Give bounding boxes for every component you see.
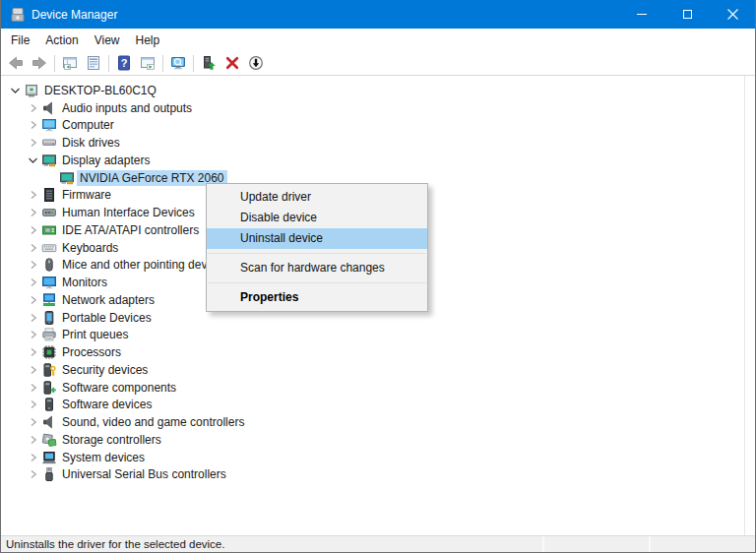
tree-item-label: Processors	[59, 344, 124, 360]
tree-item-label: Universal Serial Bus controllers	[59, 466, 229, 482]
device-manager-app-icon	[10, 7, 26, 23]
tree-item-software-devices[interactable]: Software devices	[1, 397, 755, 414]
system-device-icon	[41, 450, 57, 465]
tree-item-system-devices[interactable]: System devices	[1, 449, 755, 466]
uninstall-device-button[interactable]	[220, 52, 244, 74]
chevron-collapsed-icon[interactable]	[27, 397, 39, 412]
show-console-tree-button[interactable]	[58, 52, 82, 74]
chevron-collapsed-icon[interactable]	[27, 100, 39, 116]
tree-item-label: Computer	[59, 117, 117, 133]
console-tree-icon	[62, 55, 78, 71]
status-text: Uninstalls the driver for the selected d…	[1, 538, 542, 550]
chevron-collapsed-icon[interactable]	[27, 380, 39, 396]
tree-item-label: System devices	[59, 450, 148, 465]
ide-controller-icon	[41, 222, 57, 238]
mouse-icon	[41, 257, 57, 273]
window-title: Device Manager	[32, 8, 117, 22]
print-queue-icon	[41, 327, 57, 342]
chevron-collapsed-icon[interactable]	[27, 292, 39, 308]
tree-item-label: Network adapters	[59, 292, 158, 308]
chevron-collapsed-icon[interactable]	[27, 205, 39, 220]
network-adapter-icon	[41, 292, 57, 308]
scan-hardware-icon	[170, 55, 186, 71]
context-menu-item-properties[interactable]: Properties	[207, 287, 427, 308]
uninstall-device-icon	[224, 55, 240, 71]
menu-item-file[interactable]: File	[3, 31, 37, 50]
chevron-collapsed-icon[interactable]	[27, 362, 39, 378]
chevron-collapsed-icon[interactable]	[27, 432, 39, 448]
show-action-pane-button[interactable]	[136, 52, 159, 74]
chevron-collapsed-icon[interactable]	[27, 257, 39, 273]
chevron-expanded-icon[interactable]	[9, 83, 22, 98]
chevron-expanded-icon[interactable]	[27, 153, 39, 168]
disable-device-button[interactable]	[244, 52, 268, 74]
chevron-collapsed-icon[interactable]	[27, 466, 39, 482]
tree-item-label: Human Interface Devices	[59, 205, 198, 220]
speaker-icon	[41, 100, 57, 116]
tree-item-computer[interactable]: Computer	[1, 117, 755, 135]
tree-item-universal-serial-bus-controllers[interactable]: Universal Serial Bus controllers	[1, 466, 755, 484]
tree-item-label: NVIDIA GeForce RTX 2060	[77, 170, 227, 186]
chevron-collapsed-icon[interactable]	[27, 327, 39, 342]
statusbar: Uninstalls the driver for the selected d…	[1, 535, 755, 552]
tree-item-storage-controllers[interactable]: Storage controllers	[1, 431, 755, 449]
chevron-collapsed-icon[interactable]	[27, 310, 39, 326]
tree-item-desktop-bl60c1q[interactable]: DESKTOP-BL60C1Q	[1, 82, 755, 99]
tree-item-disk-drives[interactable]: Disk drives	[1, 134, 755, 152]
scan-hardware-changes-button[interactable]	[166, 52, 190, 74]
close-button[interactable]	[710, 0, 755, 29]
tree-item-label: Print queues	[59, 327, 131, 342]
status-pane	[542, 536, 649, 552]
context-menu-item-scan-for-hardware-changes[interactable]: Scan for hardware changes	[207, 258, 427, 278]
menu-item-view[interactable]: View	[87, 31, 128, 50]
tree-item-sound-video-and-game-controllers[interactable]: Sound, video and game controllers	[1, 413, 755, 431]
tree-item-label: Security devices	[59, 362, 151, 378]
tree-item-label: Monitors	[59, 275, 110, 290]
menu-item-action[interactable]: Action	[37, 31, 86, 50]
chevron-collapsed-icon[interactable]	[27, 135, 39, 151]
maximize-icon	[683, 10, 692, 19]
chevron-collapsed-icon[interactable]	[27, 222, 39, 238]
display-adapter-icon	[59, 170, 75, 186]
storage-controller-icon	[41, 432, 57, 448]
chevron-collapsed-icon[interactable]	[27, 187, 39, 203]
expander-spacer	[44, 170, 57, 186]
menu-item-help[interactable]: Help	[128, 31, 168, 50]
context-menu-item-uninstall-device[interactable]: Uninstall device	[207, 228, 427, 249]
tree-item-label: Software components	[59, 380, 179, 396]
monitors-icon	[41, 275, 57, 290]
properties-button[interactable]	[82, 52, 105, 74]
chevron-collapsed-icon[interactable]	[27, 275, 39, 290]
software-device-icon	[41, 397, 57, 412]
display-adapter-icon	[41, 153, 57, 168]
tree-item-security-devices[interactable]: Security devices	[1, 361, 755, 379]
back-button[interactable]	[4, 52, 28, 74]
processor-icon	[41, 344, 57, 360]
forward-button[interactable]	[28, 52, 51, 74]
tree-item-print-queues[interactable]: Print queues	[1, 327, 755, 344]
help-icon: ?	[116, 55, 132, 71]
minimize-button[interactable]	[619, 0, 664, 29]
device-manager-window: Device Manager FileActionViewHelp ? DESK…	[0, 0, 756, 553]
tree-item-label: Display adapters	[59, 153, 153, 168]
back-arrow-icon	[8, 55, 24, 71]
svg-text:?: ?	[121, 57, 128, 69]
firmware-icon	[41, 187, 57, 203]
update-driver-button[interactable]	[197, 52, 220, 74]
tree-item-audio-inputs-and-outputs[interactable]: Audio inputs and outputs	[1, 99, 755, 117]
chevron-collapsed-icon[interactable]	[27, 240, 39, 256]
computer-icon	[24, 83, 39, 98]
chevron-collapsed-icon[interactable]	[27, 450, 39, 465]
tree-item-software-components[interactable]: Software components	[1, 379, 755, 397]
context-menu-item-disable-device[interactable]: Disable device	[207, 208, 427, 228]
chevron-collapsed-icon[interactable]	[27, 117, 39, 133]
update-driver-icon	[201, 55, 217, 71]
tree-item-display-adapters[interactable]: Display adapters	[1, 152, 755, 169]
maximize-button[interactable]	[664, 0, 710, 29]
tree-item-processors[interactable]: Processors	[1, 343, 755, 361]
help-button[interactable]: ?	[112, 52, 136, 74]
chevron-collapsed-icon[interactable]	[27, 414, 39, 430]
context-menu-item-update-driver[interactable]: Update driver	[207, 187, 427, 208]
properties-icon	[86, 55, 101, 71]
chevron-collapsed-icon[interactable]	[27, 344, 39, 360]
